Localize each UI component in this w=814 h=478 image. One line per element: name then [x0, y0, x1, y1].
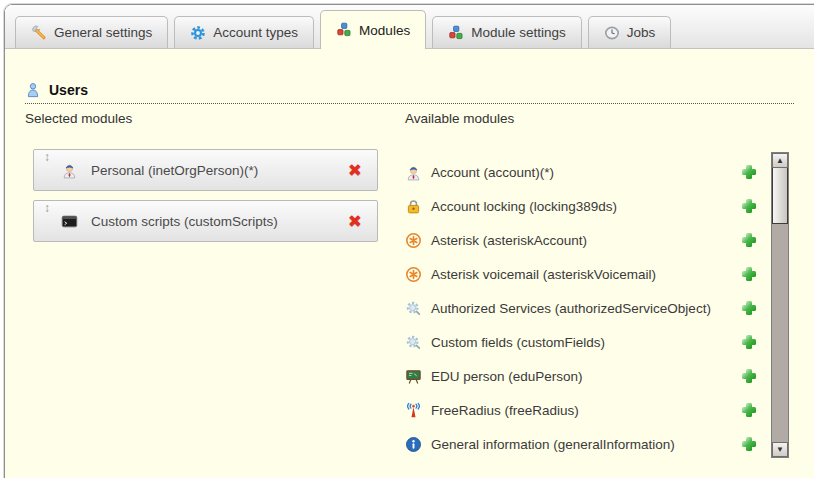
available-module-freeradius: FreeRadius (freeRadius): [405, 393, 757, 427]
tab-label: Account types: [213, 25, 298, 40]
tab-label: General settings: [54, 25, 152, 40]
asterisk-icon: [405, 266, 422, 283]
gear-icon: [190, 25, 206, 41]
available-modules-heading: Available modules: [405, 110, 814, 127]
asterisk-icon: [405, 232, 422, 249]
modules-icon: [448, 25, 464, 41]
add-module-button[interactable]: [741, 198, 757, 214]
person-icon: [61, 162, 78, 179]
chalkboard-icon: [405, 368, 422, 385]
scroll-up-button[interactable]: ▲: [772, 153, 788, 168]
drag-handle-icon[interactable]: ↕: [44, 151, 50, 163]
available-modules-list: Account (account)(*) Ac: [405, 155, 757, 461]
available-module-asterisk: Asterisk (asteriskAccount): [405, 223, 757, 257]
clock-icon: [604, 25, 620, 41]
scroll-up-icon: ▲: [776, 156, 784, 165]
add-module-button[interactable]: [741, 300, 757, 316]
module-label: Account locking (locking389ds): [431, 199, 741, 214]
user-icon: [25, 82, 41, 98]
module-columns: Selected modules ↕: [25, 110, 814, 461]
add-module-button[interactable]: [741, 368, 757, 384]
antenna-icon: [405, 402, 422, 419]
selected-module-personal[interactable]: ↕ Personal (inetOrgPerson)(*) ✖: [33, 149, 378, 191]
tab-jobs[interactable]: Jobs: [588, 16, 672, 48]
scroll-down-icon: ▼: [776, 445, 784, 454]
drag-handle-icon[interactable]: ↕: [44, 202, 50, 214]
scrollbar-track[interactable]: [772, 224, 788, 442]
remove-module-button[interactable]: ✖: [348, 213, 362, 230]
available-module-custom-fields: Custom fields (customFields): [405, 325, 757, 359]
modules-icon: [336, 22, 352, 38]
module-label: Authorized Services (authorizedServiceOb…: [431, 301, 741, 316]
section-title: Users: [49, 82, 88, 98]
module-label: General information (generalInformation): [431, 437, 741, 452]
selected-modules-heading: Selected modules: [25, 110, 405, 127]
module-label: Asterisk (asteriskAccount): [431, 233, 741, 248]
module-label: FreeRadius (freeRadius): [431, 403, 741, 418]
module-label: Asterisk voicemail (asteriskVoicemail): [431, 267, 741, 282]
scrollbar-thumb[interactable]: [772, 168, 788, 224]
gear-magnifier-icon: [405, 334, 422, 351]
add-module-button[interactable]: [741, 402, 757, 418]
modules-panel: Users Selected modules ↕: [5, 82, 814, 478]
module-label: Personal (inetOrgPerson)(*): [91, 163, 348, 178]
tab-modules[interactable]: Modules: [320, 10, 426, 49]
tab-account-types[interactable]: Account types: [174, 16, 314, 48]
scroll-down-button[interactable]: ▼: [772, 442, 788, 457]
selected-modules-list: ↕ Personal (inetOrgPerson)(*) ✖: [25, 149, 405, 242]
person-icon: [405, 164, 422, 181]
add-module-button[interactable]: [741, 334, 757, 350]
add-module-button[interactable]: [741, 266, 757, 282]
selected-module-custom-scripts[interactable]: ↕ Custom scripts (customScripts) ✖: [33, 200, 378, 242]
add-module-button[interactable]: [741, 232, 757, 248]
tab-label: Jobs: [627, 25, 656, 40]
available-module-account-locking: Account locking (locking389ds): [405, 189, 757, 223]
module-label: Account (account)(*): [431, 165, 741, 180]
selected-modules-column: Selected modules ↕: [25, 110, 405, 461]
available-module-authorized-services: Authorized Services (authorizedServiceOb…: [405, 291, 757, 325]
terminal-icon: [61, 213, 78, 230]
tab-bar: General settings Account types: [5, 5, 814, 49]
gear-magnifier-icon: [405, 300, 422, 317]
add-module-button[interactable]: [741, 164, 757, 180]
add-module-button[interactable]: [741, 436, 757, 452]
modules-configuration-page: General settings Account types: [0, 0, 814, 478]
info-icon: [405, 436, 422, 453]
lock-icon: [405, 198, 422, 215]
available-modules-column: Available modules Ac: [405, 110, 814, 461]
available-module-general-information: General information (generalInformation): [405, 427, 757, 461]
available-modules-scrollbar[interactable]: ▲ ▼: [771, 152, 789, 458]
users-section-header: Users: [25, 82, 794, 104]
remove-module-button[interactable]: ✖: [348, 162, 362, 179]
wrench-icon: [31, 25, 47, 41]
tab-label: Modules: [359, 23, 410, 38]
available-module-account: Account (account)(*): [405, 155, 757, 189]
settings-window: General settings Account types: [4, 4, 814, 478]
module-label: Custom fields (customFields): [431, 335, 741, 350]
available-module-edu-person: EDU person (eduPerson): [405, 359, 757, 393]
tab-module-settings[interactable]: Module settings: [432, 16, 582, 48]
module-label: Custom scripts (customScripts): [91, 214, 348, 229]
module-label: EDU person (eduPerson): [431, 369, 741, 384]
tab-label: Module settings: [471, 25, 566, 40]
available-module-asterisk-voicemail: Asterisk voicemail (asteriskVoicemail): [405, 257, 757, 291]
tab-general-settings[interactable]: General settings: [15, 16, 168, 48]
